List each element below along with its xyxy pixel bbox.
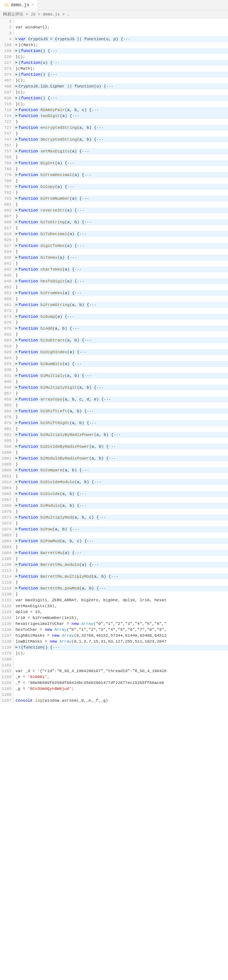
fold-arrow-icon[interactable]: ▶ — [16, 302, 18, 308]
fold-arrow-icon[interactable]: ▶ — [16, 219, 18, 225]
fold-arrow-icon[interactable]: ▶ — [16, 432, 18, 438]
fold-arrow-icon[interactable]: ▶ — [16, 538, 18, 544]
fold-arrow-icon[interactable]: ▶ — [16, 349, 18, 355]
code-line: } — [14, 367, 228, 373]
fold-arrow-icon[interactable]: ▶ — [16, 585, 18, 591]
line-number: 958 — [0, 396, 14, 402]
fold-arrow-icon[interactable]: ▶ — [16, 515, 18, 520]
line-number: 818 — [0, 231, 14, 237]
tab-demo-js[interactable]: JS demo.js × — [0, 0, 38, 10]
code-text: } — [16, 166, 18, 172]
line-number: 1113 — [0, 568, 14, 574]
code-line: ▶ function biModulo(a, b) {··· — [14, 503, 228, 509]
fold-arrow-icon[interactable]: ▶ — [16, 60, 18, 66]
fold-arrow-icon[interactable]: ▶ — [16, 160, 18, 166]
fold-arrow-icon[interactable]: ▶ — [16, 48, 18, 54]
fold-arrow-icon[interactable]: ▶ — [16, 479, 18, 485]
code-line: } — [14, 343, 228, 349]
code-line: ▶ function digitToHex(a) {··· — [14, 243, 228, 249]
line-number: 827 — [0, 243, 14, 249]
line-number: 852 — [0, 284, 14, 290]
fold-arrow-icon[interactable]: ▶ — [16, 207, 18, 213]
fold-arrow-icon[interactable]: ▶ — [16, 267, 18, 272]
fold-arrow-icon[interactable]: ▶ — [16, 444, 18, 450]
fold-arrow-icon[interactable]: ▶ — [16, 137, 18, 143]
fold-arrow-icon[interactable]: ▶ — [16, 455, 18, 461]
fold-arrow-icon[interactable]: ▶ — [16, 95, 18, 101]
fold-arrow-icon[interactable]: ▶ — [16, 467, 18, 473]
line-number: 807 — [0, 213, 14, 219]
fold-arrow-icon[interactable]: ▶ — [16, 255, 18, 261]
fold-arrow-icon[interactable]: ▶ — [16, 314, 18, 320]
line-number: 1135 — [0, 621, 14, 627]
fold-arrow-icon[interactable]: ▶ — [16, 184, 18, 190]
line-number: 1187 — [0, 698, 14, 703]
fold-arrow-icon[interactable]: ▶ — [16, 396, 18, 402]
code-line: ▶ (function() {··· — [14, 72, 228, 78]
code-text: console.log(window.asrsea(_d,_e,_f,_g) — [16, 698, 108, 703]
code-text: _e = '010001', — [16, 674, 49, 680]
code-text: function encryptedString(a, b) {··· — [19, 125, 104, 130]
fold-arrow-icon[interactable]: ▶ — [16, 243, 18, 249]
code-text: } — [16, 520, 18, 527]
fold-arrow-icon[interactable]: ▶ — [16, 148, 18, 154]
line-number: 190 — [0, 48, 14, 54]
code-line: } — [14, 154, 228, 160]
code-line: }(); — [14, 78, 228, 83]
fold-arrow-icon[interactable]: ▶ — [16, 72, 18, 78]
fold-arrow-icon[interactable]: ▶ — [16, 83, 18, 89]
fold-arrow-icon[interactable]: ▶ — [16, 644, 18, 651]
code-line: ▶ function BarrettMu_multiplyMod(a, b) {… — [14, 574, 228, 579]
fold-arrow-icon[interactable]: ▶ — [16, 337, 18, 343]
fold-arrow-icon[interactable]: ▶ — [16, 42, 18, 48]
fold-arrow-icon[interactable]: ▶ — [16, 172, 18, 178]
code-line: ▶ function biMultiplyDigit(a, b) {··· — [14, 385, 228, 391]
fold-arrow-icon[interactable]: ▶ — [16, 527, 18, 532]
code-text: var maxDigits, ZERO_ARRAY, bigZero, bigO… — [16, 597, 166, 603]
code-text: setMaxDigits(20), — [16, 603, 57, 609]
fold-arrow-icon[interactable]: ▶ — [16, 408, 18, 414]
line-number: 965 — [0, 402, 14, 408]
line-number: 992 — [0, 432, 14, 438]
fold-arrow-icon[interactable]: ▶ — [16, 290, 18, 296]
code-text: dpl10 = 15, — [16, 609, 43, 615]
fold-arrow-icon[interactable]: ▶ — [16, 562, 18, 568]
fold-arrow-icon[interactable]: ▶ — [16, 491, 18, 497]
fold-arrow-icon[interactable]: ▶ — [16, 574, 18, 579]
code-text: } — [16, 391, 18, 396]
code-text: hexatrigesimalToChar = new Array("0","1"… — [16, 621, 166, 627]
line-number: 3 — [0, 30, 14, 36]
fold-arrow-icon[interactable]: ▶ — [16, 36, 18, 42]
line-number: 919 — [0, 343, 14, 349]
fold-arrow-icon[interactable]: ▶ — [16, 107, 18, 113]
fold-arrow-icon[interactable]: ▶ — [16, 326, 18, 331]
code-line: } — [14, 485, 228, 491]
fold-arrow-icon[interactable]: ▶ — [16, 196, 18, 202]
code-line: ▶ function biMultiply(a, b) {··· — [14, 373, 228, 379]
code-text: function BarrettMu_powMod(a, b) {··· — [19, 585, 106, 591]
fold-arrow-icon[interactable]: ▶ — [16, 278, 18, 284]
line-number: 1105 — [0, 556, 14, 562]
code-line: } — [14, 296, 228, 302]
fold-arrow-icon[interactable]: ▶ — [16, 550, 18, 556]
fold-arrow-icon[interactable]: ▶ — [16, 125, 18, 130]
code-line: ▶ function biSubtract(a, b) {··· — [14, 337, 228, 343]
fold-arrow-icon[interactable]: ▶ — [16, 373, 18, 379]
fold-arrow-icon[interactable]: ▶ — [16, 231, 18, 237]
code-text: (function(u) {··· — [19, 60, 60, 66]
code-text: function RSAKeyPair(a, b, c) {··· — [19, 107, 99, 113]
line-number: 1118 — [0, 585, 14, 591]
line-number: 979 — [0, 420, 14, 426]
fold-arrow-icon[interactable]: ▶ — [16, 420, 18, 426]
code-text: function BarrettMu(a) {··· — [19, 550, 82, 556]
code-text: } — [16, 568, 18, 574]
line-number: 946 — [0, 385, 14, 391]
fold-arrow-icon[interactable]: ▶ — [16, 503, 18, 509]
code-text: }(); — [16, 101, 25, 107]
code-line: } — [14, 213, 228, 219]
fold-arrow-icon[interactable]: ▶ — [16, 113, 18, 119]
fold-arrow-icon[interactable]: ▶ — [16, 385, 18, 391]
close-icon[interactable]: × — [32, 3, 34, 7]
fold-arrow-icon[interactable]: ▶ — [16, 361, 18, 367]
line-number: 724 — [0, 113, 14, 119]
